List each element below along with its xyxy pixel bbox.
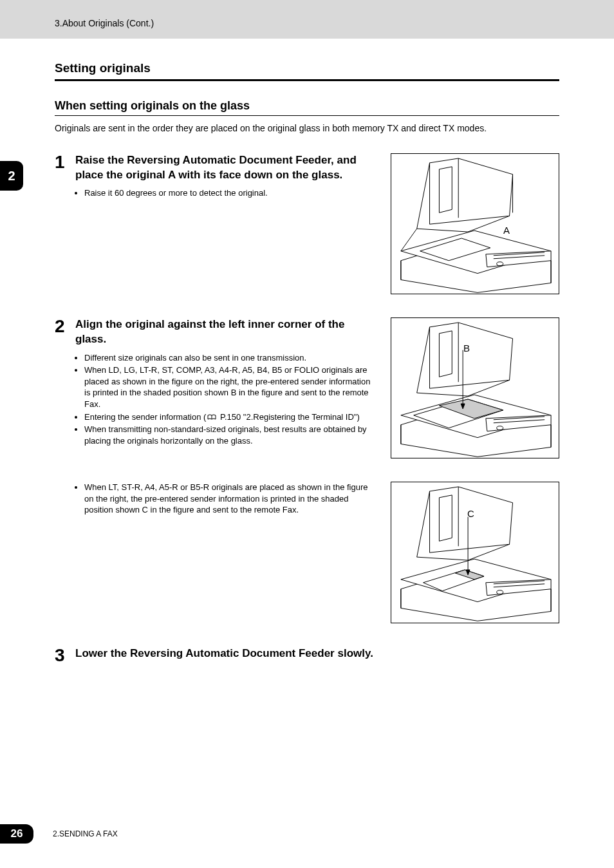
svg-marker-49 — [439, 495, 452, 541]
sub-section-title: When setting originals on the glass — [55, 99, 559, 116]
copier-illustration-b — [391, 318, 559, 458]
header-band: 3.About Originals (Cont.) — [0, 0, 614, 39]
step-number: 3 — [55, 646, 69, 666]
bullet-item: When LD, LG, LT-R, ST, COMP, A3, A4-R, A… — [84, 364, 371, 410]
bullet-item: Raise it 60 degrees or more to detect th… — [84, 187, 371, 199]
page-footer: 26 2.SENDING A FAX — [0, 824, 614, 844]
figure-label-c: C — [467, 508, 474, 519]
step-2-figure-b: B — [391, 317, 559, 458]
step-2: 2 Align the original against the left in… — [55, 317, 559, 458]
step-2-figure-c: C — [391, 482, 559, 623]
chapter-tab: 2 — [0, 161, 23, 191]
section-title: Setting originals — [55, 61, 559, 81]
bullet-item: Entering the sender information ( P.150 … — [84, 411, 371, 423]
step-number-spacer — [55, 482, 69, 623]
step-1: 1 Raise the Reversing Automatic Document… — [55, 153, 559, 294]
svg-marker-14 — [439, 166, 452, 212]
step-bullets: When LT, ST-R, A4, A5-R or B5-R original… — [75, 482, 371, 516]
footer-chapter: 2.SENDING A FAX — [53, 829, 118, 838]
step-heading: Lower the Reversing Automatic Document F… — [75, 646, 559, 661]
figure-label-a: A — [503, 225, 510, 236]
copier-illustration-a — [391, 154, 559, 294]
step-bullets: Different size originals can also be sen… — [75, 352, 371, 446]
svg-marker-32 — [439, 331, 452, 377]
step-number: 1 — [55, 153, 69, 294]
step-heading: Align the original against the left inne… — [75, 317, 371, 347]
breadcrumb: 3.About Originals (Cont.) — [55, 18, 154, 28]
step-bullets: Raise it 60 degrees or more to detect th… — [75, 187, 371, 199]
chapter-number: 2 — [8, 169, 15, 184]
intro-paragraph: Originals are sent in the order they are… — [55, 122, 559, 135]
bullet-item: When transmitting non-standard-sized ori… — [84, 424, 371, 446]
step-heading: Raise the Reversing Automatic Document F… — [75, 153, 371, 183]
step-1-figure: A — [391, 153, 559, 294]
bullet-text-pre: Entering the sender information ( — [84, 412, 206, 422]
book-icon — [207, 414, 216, 420]
page-number: 26 — [11, 827, 23, 840]
bullet-item: Different size originals can also be sen… — [84, 352, 371, 364]
step-2-continued: When LT, ST-R, A4, A5-R or B5-R original… — [55, 482, 559, 623]
page-content: Setting originals When setting originals… — [0, 39, 614, 666]
bullet-item: When LT, ST-R, A4, A5-R or B5-R original… — [84, 482, 371, 516]
copier-illustration-c — [391, 482, 559, 622]
step-3: 3 Lower the Reversing Automatic Document… — [55, 646, 559, 666]
bullet-text-ref: P.150 "2.Registering the Terminal ID") — [220, 412, 360, 422]
figure-label-b: B — [463, 343, 470, 354]
step-number: 2 — [55, 317, 69, 458]
page-number-tab: 26 — [0, 824, 33, 844]
